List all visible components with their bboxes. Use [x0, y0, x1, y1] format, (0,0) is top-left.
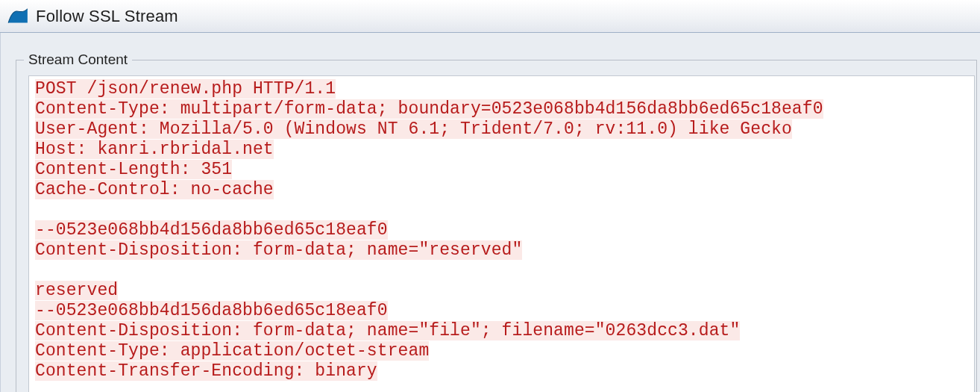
- stream-line[interactable]: Content-Type: application/octet-stream: [35, 341, 429, 361]
- stream-line[interactable]: Content-Length: 351: [35, 160, 232, 179]
- stream-line[interactable]: Cache-Control: no-cache: [35, 180, 274, 199]
- stream-line[interactable]: Content-Disposition: form-data; name="fi…: [35, 321, 740, 340]
- stream-line[interactable]: Content-Disposition: form-data; name="re…: [35, 240, 522, 260]
- stream-line[interactable]: reserved: [35, 281, 118, 300]
- stream-content-groupbox: Stream Content POST /json/renew.php HTTP…: [16, 60, 977, 392]
- stream-line[interactable]: --0523e068bb4d156da8bb6ed65c18eaf0: [35, 301, 388, 320]
- stream-line[interactable]: Host: kanri.rbridal.net: [35, 140, 274, 159]
- window-title-bar[interactable]: Follow SSL Stream: [0, 0, 980, 33]
- left-gutter: [1, 33, 16, 392]
- stream-line[interactable]: Content-Transfer-Encoding: binary: [35, 361, 377, 381]
- dialog-client-area: Stream Content POST /json/renew.php HTTP…: [0, 33, 980, 392]
- wireshark-fin-icon: [7, 7, 28, 25]
- stream-line[interactable]: Content-Type: multipart/form-data; bound…: [35, 99, 823, 119]
- stream-line[interactable]: --0523e068bb4d156da8bb6ed65c18eaf0: [35, 220, 388, 240]
- stream-line[interactable]: User-Agent: Mozilla/5.0 (Windows NT 6.1;…: [35, 119, 792, 139]
- groupbox-legend: Stream Content: [24, 52, 132, 68]
- stream-content-panel[interactable]: POST /json/renew.php HTTP/1.1 Content-Ty…: [28, 75, 975, 392]
- window-title: Follow SSL Stream: [36, 7, 178, 26]
- stream-line[interactable]: POST /json/renew.php HTTP/1.1: [35, 79, 336, 99]
- stream-raw-text[interactable]: POST /json/renew.php HTTP/1.1 Content-Ty…: [35, 79, 970, 382]
